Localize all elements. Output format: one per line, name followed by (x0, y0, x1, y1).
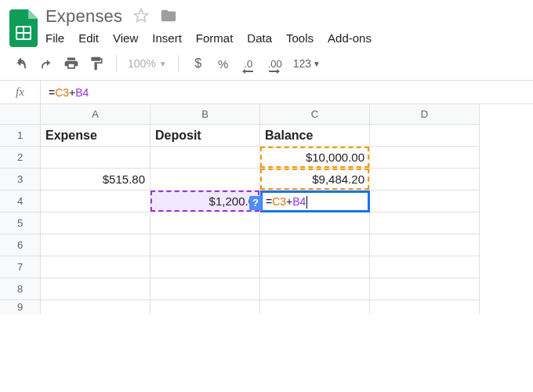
column-header-b[interactable]: B (150, 104, 260, 125)
cell-a5[interactable] (41, 212, 150, 234)
formula-ref2: B4 (75, 86, 89, 99)
cell-d2[interactable] (370, 147, 480, 169)
cell-a9[interactable] (41, 300, 150, 314)
cell-d4[interactable] (370, 191, 480, 212)
cell-c6[interactable] (260, 234, 370, 256)
cell-a2[interactable] (41, 147, 150, 169)
formula-help-icon[interactable]: ? (249, 196, 262, 210)
toolbar-separator (178, 55, 179, 72)
row-header-7[interactable]: 7 (0, 256, 41, 278)
cell-a4[interactable] (41, 191, 150, 212)
cell-b4[interactable]: $1,200.0 (150, 191, 260, 212)
chevron-down-icon: ▼ (313, 60, 321, 68)
star-icon[interactable] (133, 8, 149, 26)
zoom-value: 100% (128, 57, 156, 70)
chevron-down-icon: ▼ (159, 60, 167, 68)
menu-bar: File Edit View Insert Format Data Tools … (45, 31, 372, 45)
cell-b7[interactable] (150, 256, 260, 278)
row-header-1[interactable]: 1 (0, 125, 41, 147)
cell-a1[interactable]: Expense (41, 125, 150, 147)
column-header-d[interactable]: D (370, 104, 480, 125)
paint-format-icon[interactable] (88, 55, 105, 72)
zoom-select[interactable]: 100% ▼ (128, 57, 167, 70)
cell-d8[interactable] (370, 278, 480, 300)
cell-d3[interactable] (370, 169, 480, 191)
row-header-5[interactable]: 5 (0, 212, 41, 234)
cell-b5[interactable] (150, 212, 260, 234)
app-header: Expenses File Edit View Insert Format Da… (0, 0, 533, 47)
sheets-logo-icon (9, 9, 38, 47)
undo-icon[interactable] (13, 55, 30, 72)
increase-decimal-button[interactable]: .00 (265, 55, 285, 72)
cell-b6[interactable] (150, 234, 260, 256)
toolbar-separator (116, 55, 117, 72)
more-formats-label: 123 (293, 57, 311, 70)
cell-c3[interactable]: $9,484.20 (260, 169, 370, 191)
menu-tools[interactable]: Tools (286, 31, 314, 45)
column-header-c[interactable]: C (260, 104, 370, 125)
edit-ref1: C3 (272, 195, 286, 208)
row-header-6[interactable]: 6 (0, 234, 41, 256)
row-header-8[interactable]: 8 (0, 278, 41, 300)
decrease-decimal-button[interactable]: .0 (240, 55, 257, 72)
cell-b1[interactable]: Deposit (150, 125, 260, 147)
row-header-3[interactable]: 3 (0, 169, 41, 191)
cell-a6[interactable] (41, 234, 150, 256)
more-formats-button[interactable]: 123 ▼ (293, 57, 321, 70)
cell-b9[interactable] (150, 300, 260, 314)
cell-a7[interactable] (41, 256, 150, 278)
edit-ref2: B4 (292, 195, 306, 208)
cell-b3[interactable] (150, 169, 260, 191)
cell-a3[interactable]: $515.80 (41, 169, 150, 191)
spreadsheet-grid[interactable]: A B C D 1 Expense Deposit Balance 2 $10,… (0, 104, 533, 314)
cell-c1[interactable]: Balance (260, 125, 370, 147)
formula-bar: fx =C3+B4 (0, 81, 533, 104)
column-header-a[interactable]: A (41, 104, 150, 125)
format-percent-button[interactable]: % (215, 55, 232, 72)
cell-d5[interactable] (370, 212, 480, 234)
select-all-corner[interactable] (0, 104, 41, 125)
menu-edit[interactable]: Edit (78, 31, 99, 45)
menu-view[interactable]: View (113, 31, 138, 45)
cell-c9[interactable] (260, 300, 370, 314)
cell-d9[interactable] (370, 300, 480, 314)
folder-icon[interactable] (160, 7, 177, 27)
cell-c7[interactable] (260, 256, 370, 278)
cell-c5[interactable] (260, 212, 370, 234)
cell-d7[interactable] (370, 256, 480, 278)
redo-icon[interactable] (38, 55, 55, 72)
edit-eq: = (266, 195, 272, 208)
menu-file[interactable]: File (45, 31, 64, 45)
menu-format[interactable]: Format (196, 31, 234, 45)
cell-d1[interactable] (370, 125, 480, 147)
formula-eq: = (49, 86, 55, 99)
increase-decimal-label: .00 (268, 58, 282, 70)
formula-ref1: C3 (55, 86, 69, 99)
cell-c2[interactable]: $10,000.00 (260, 147, 370, 169)
menu-data[interactable]: Data (247, 31, 272, 45)
toolbar: 100% ▼ $ % .0 .00 123 ▼ (0, 47, 533, 81)
document-title[interactable]: Expenses (45, 6, 122, 27)
cell-c4-editing[interactable]: ? =C3+B4 (260, 191, 370, 212)
decrease-decimal-label: .0 (244, 58, 252, 70)
formula-input[interactable]: =C3+B4 (41, 86, 89, 99)
print-icon[interactable] (63, 55, 80, 72)
svg-marker-3 (135, 9, 148, 21)
text-cursor (306, 196, 307, 209)
menu-insert[interactable]: Insert (152, 31, 182, 45)
row-header-2[interactable]: 2 (0, 147, 41, 169)
row-header-9[interactable]: 9 (0, 300, 41, 314)
cell-a8[interactable] (41, 278, 150, 300)
menu-addons[interactable]: Add-ons (328, 31, 372, 45)
cell-c8[interactable] (260, 278, 370, 300)
cell-b8[interactable] (150, 278, 260, 300)
format-currency-button[interactable]: $ (190, 55, 207, 72)
row-header-4[interactable]: 4 (0, 191, 41, 212)
cell-b2[interactable] (150, 147, 260, 169)
fx-icon: fx (0, 81, 41, 103)
cell-d6[interactable] (370, 234, 480, 256)
